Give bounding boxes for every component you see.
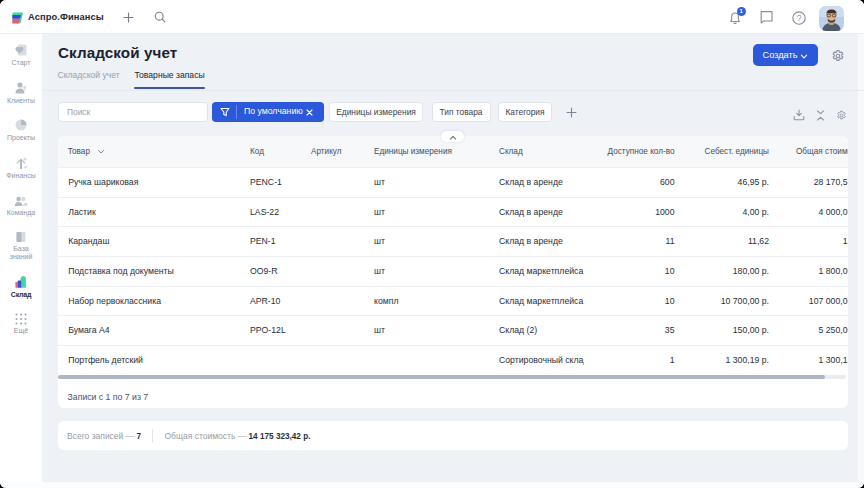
svg-text:?: ? (797, 12, 802, 22)
